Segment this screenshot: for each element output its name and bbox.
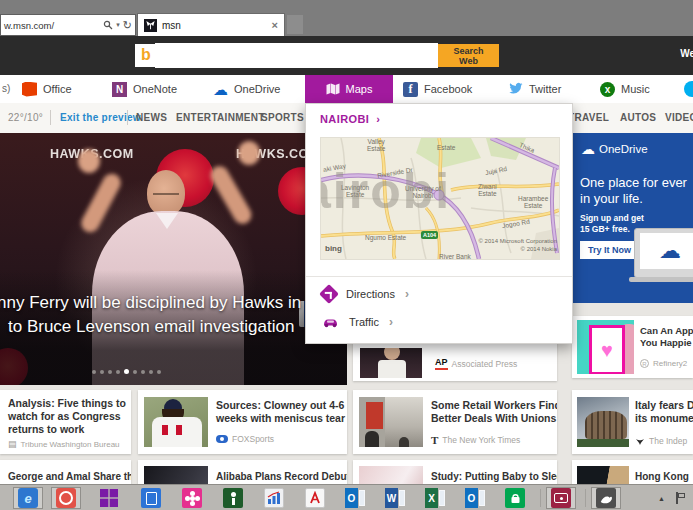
adobe-reader-icon — [305, 488, 325, 508]
search-icon[interactable] — [103, 20, 113, 30]
nav-item-onenote[interactable]: N OneNote — [112, 75, 177, 103]
tab-news[interactable]: NEWS — [136, 112, 167, 123]
url-text[interactable]: w.msn.com/ — [1, 20, 103, 31]
new-tab-button[interactable] — [287, 15, 303, 34]
tab-sports[interactable]: SPORTS — [261, 112, 304, 123]
nav-item-twitter[interactable]: Twitter — [507, 75, 561, 103]
article-source: Associated Press — [452, 359, 518, 369]
refresh-icon[interactable]: ↻ — [123, 20, 132, 31]
onenote-icon: N — [112, 82, 127, 97]
article-thumbnail — [144, 397, 208, 447]
tab-title: msn — [162, 20, 272, 31]
article-source: Refinery2 — [653, 359, 687, 368]
skype-icon-partial[interactable] — [684, 81, 693, 97]
nairobi-map[interactable]: ValleyEstate Estate Riverside Dr Juja Rd… — [320, 137, 560, 260]
article-thumbnail — [360, 348, 422, 378]
article-card[interactable]: Some Retail Workers Find Better Deals Wi… — [353, 390, 557, 454]
device-icon — [141, 488, 161, 508]
chevron-right-icon: › — [389, 315, 393, 329]
hero-headline-line2[interactable]: to Bruce Levenson email investigation — [8, 317, 294, 337]
chevron-down-icon[interactable]: ▾ — [116, 21, 120, 29]
red-badge-icon — [56, 488, 76, 508]
onedrive-cloud-icon: ☁ — [213, 82, 228, 97]
taskbar-chart-app[interactable] — [259, 487, 289, 509]
bird-icon — [596, 488, 616, 508]
tab-travel[interactable]: TRAVEL — [568, 112, 609, 123]
article-card[interactable]: Italy fears D its monume The Indep — [572, 390, 693, 454]
maps-city-link[interactable]: NAIROBI › — [320, 113, 380, 125]
taskbar-red-badge-app[interactable] — [51, 487, 81, 509]
search-header: b Search Web We — [0, 36, 693, 75]
nav-item-onedrive[interactable]: ☁ OneDrive — [213, 75, 280, 103]
ad-headline: in your life. — [580, 191, 643, 206]
xbox-music-icon: x — [600, 82, 615, 97]
carousel-dots[interactable] — [92, 369, 161, 374]
msn-browser-window: w.msn.com/ ▾ ↻ msn × b Search Web We s) — [0, 0, 693, 510]
article-card[interactable]: Sources: Clowney out 4-6 weeks with meni… — [138, 390, 347, 454]
taskbar-adobe-reader[interactable] — [300, 487, 330, 509]
directions-link[interactable]: Directions › — [322, 287, 409, 301]
show-hidden-icons[interactable]: ▲ — [658, 495, 665, 502]
bing-maps-logo: bing — [325, 244, 342, 253]
excel-icon: X — [425, 488, 445, 508]
carousel-dot-active — [124, 369, 129, 374]
nav-item-maps-active[interactable]: Maps — [305, 75, 393, 103]
action-center-flag-icon[interactable] — [675, 492, 685, 504]
taskbar-word[interactable]: W — [380, 487, 410, 509]
article-card[interactable]: Analysis: Five things to watch for as Co… — [0, 390, 131, 454]
exit-preview-link[interactable]: Exit the preview — [60, 112, 141, 123]
taskbar-excel[interactable]: X — [420, 487, 450, 509]
search-web-button[interactable]: Search Web — [438, 44, 499, 67]
taskbar-gray-bird-app[interactable] — [591, 487, 621, 509]
taskbar-crimson-media-app[interactable] — [546, 487, 576, 509]
tab-entertainment[interactable]: ENTERTAINMENT — [176, 112, 265, 123]
ad-headline: One place for ever — [580, 175, 687, 190]
traffic-link[interactable]: Traffic › — [322, 315, 393, 329]
taskbar-windows-start[interactable] — [94, 487, 124, 509]
tab-video[interactable]: VIDEO — [665, 112, 693, 123]
media-badge-icon — [551, 488, 571, 508]
article-thumbnail: ♥ — [577, 320, 634, 374]
chevron-right-icon: › — [405, 287, 409, 301]
nav-item-office[interactable]: Office — [22, 75, 72, 103]
laptop-graphic: ☁ — [634, 228, 693, 278]
traffic-car-icon — [322, 316, 339, 328]
nav-item-music[interactable]: x Music — [600, 75, 650, 103]
hero-carousel-card[interactable]: HAWKS.COM HAWKS.COM nny Ferry will be di… — [0, 133, 347, 385]
bing-logo-icon: b — [135, 47, 155, 65]
temperature: 22°/10° — [8, 112, 43, 123]
hero-headline-line1[interactable]: nny Ferry will be disciplined by Hawks i… — [0, 293, 301, 313]
taskbar-windows-store[interactable] — [500, 487, 530, 509]
article-card-refinery[interactable]: ♥ Can An App You Happie R Refinery2 — [572, 316, 693, 378]
map-watermark: airobi — [320, 162, 451, 220]
search-input[interactable] — [155, 43, 438, 68]
outlook-icon: O — [465, 488, 485, 508]
system-tray: ▲ — [658, 492, 685, 504]
taskbar-outlook[interactable]: O — [340, 487, 370, 509]
windows-logo-icon — [99, 488, 119, 508]
taskbar-outlook-2[interactable]: O — [460, 487, 490, 509]
taskbar-internet-explorer[interactable]: e — [13, 487, 43, 509]
article-source: FOXSports — [232, 434, 274, 444]
browser-tab-msn[interactable]: msn × — [137, 13, 285, 36]
taskbar-blue-device-app[interactable] — [136, 487, 166, 509]
article-source: Tribune Washington Bureau — [21, 440, 120, 449]
chart-icon — [264, 488, 284, 508]
independent-eagle-icon — [635, 437, 645, 445]
close-tab-icon[interactable]: × — [272, 19, 278, 31]
taskbar-green-app[interactable] — [218, 487, 248, 509]
nav-item-partial[interactable]: s) — [2, 83, 10, 94]
try-it-now-button[interactable]: Try It Now — [580, 241, 639, 259]
twitter-bird-icon — [507, 82, 523, 96]
onedrive-ad[interactable]: ☁ OneDrive One place for ever in your li… — [572, 133, 693, 303]
address-bar[interactable]: w.msn.com/ ▾ ↻ — [0, 14, 136, 36]
taskbar-pink-app[interactable] — [177, 487, 207, 509]
search-box: b — [135, 44, 438, 67]
windows-taskbar: e — [0, 484, 693, 510]
onedrive-cloud-icon: ☁ — [581, 142, 595, 156]
tab-autos[interactable]: AUTOS — [620, 112, 656, 123]
nyt-logo: T — [431, 434, 438, 446]
nav-item-facebook[interactable]: f Facebook — [403, 75, 472, 103]
outlook-icon: O — [345, 488, 365, 508]
foxsports-logo — [216, 435, 228, 443]
